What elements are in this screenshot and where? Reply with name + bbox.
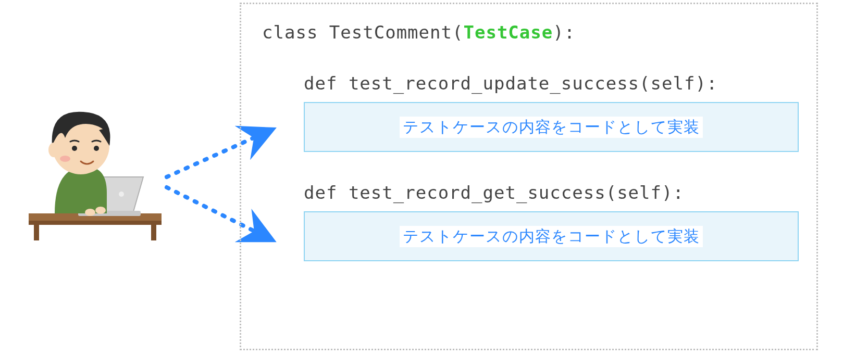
svg-rect-1 xyxy=(29,221,162,225)
method-2-body-label: テストケースの内容をコードとして実装 xyxy=(400,226,703,247)
developer-illustration xyxy=(23,88,167,245)
class-keyword: class xyxy=(262,22,329,43)
svg-point-5 xyxy=(119,192,124,197)
svg-point-11 xyxy=(94,146,99,151)
svg-rect-3 xyxy=(151,225,156,240)
svg-point-7 xyxy=(85,209,95,216)
method-1-body-label: テストケースの内容をコードとして実装 xyxy=(400,117,703,138)
svg-point-9 xyxy=(48,143,59,157)
svg-point-10 xyxy=(72,146,77,151)
method-2-body-box: テストケースの内容をコードとして実装 xyxy=(304,211,799,261)
method-1-declaration: def test_record_update_success(self): xyxy=(304,73,796,94)
code-box: class TestComment(TestCase): def test_re… xyxy=(240,3,818,350)
class-close: ): xyxy=(553,22,575,43)
svg-rect-2 xyxy=(34,225,39,240)
svg-point-12 xyxy=(60,156,70,162)
class-name: TestComment( xyxy=(329,22,464,43)
method-1-body-box: テストケースの内容をコードとして実装 xyxy=(304,102,799,152)
class-declaration: class TestComment(TestCase): xyxy=(262,22,796,43)
method-2-declaration: def test_record_get_success(self): xyxy=(304,182,796,203)
svg-point-6 xyxy=(95,207,106,214)
base-class: TestCase xyxy=(463,22,553,43)
